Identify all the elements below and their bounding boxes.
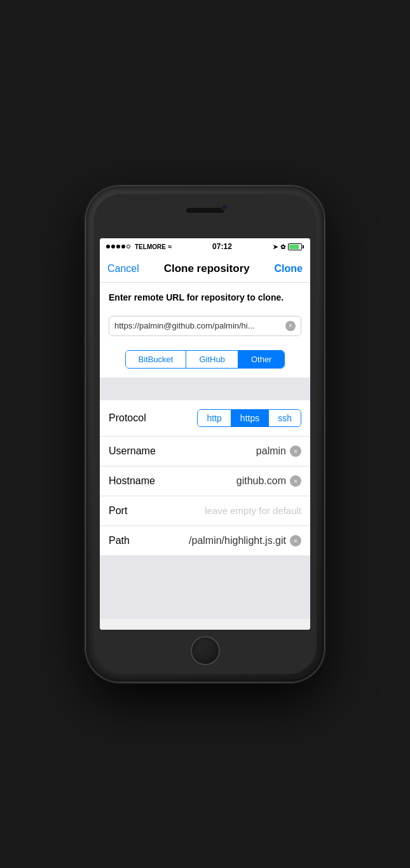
port-placeholder: leave empty for default	[205, 505, 301, 516]
url-input-row: https://palmin@github.com/palmin/hi... ×	[100, 311, 310, 345]
battery-indicator	[288, 243, 304, 250]
hostname-text: github.com	[236, 475, 286, 487]
battery-body	[288, 243, 302, 250]
cancel-button[interactable]: Cancel	[107, 263, 139, 275]
nav-title: Clone repository	[164, 262, 250, 275]
username-clear-icon: ×	[294, 447, 297, 455]
status-right: ➤ ✿	[273, 243, 304, 250]
proto-http-label: http	[207, 413, 221, 423]
url-input-field[interactable]: https://palmin@github.com/palmin/hi... ×	[109, 316, 301, 336]
signal-bars	[106, 245, 130, 248]
form-section: Protocol http https ssh	[100, 400, 310, 555]
screen: TELMORE ≈ 07:12 ➤ ✿ Cancel	[100, 238, 310, 630]
service-bitbucket-btn[interactable]: BitBucket	[126, 351, 187, 368]
signal-dot-5	[126, 245, 130, 248]
path-row: Path /palmin/highlight.js.git ×	[100, 526, 310, 555]
url-value: https://palmin@github.com/palmin/hi...	[114, 321, 285, 330]
path-clear-icon: ×	[294, 537, 297, 545]
hostname-row: Hostname github.com ×	[100, 466, 310, 496]
url-clear-button[interactable]: ×	[285, 321, 296, 331]
port-row: Port leave empty for default	[100, 496, 310, 526]
service-other-btn[interactable]: Other	[238, 351, 285, 368]
proto-http-btn[interactable]: http	[198, 410, 231, 426]
bottom-gray-area	[100, 555, 310, 619]
section-separator	[100, 377, 310, 400]
protocol-label: Protocol	[109, 412, 172, 424]
signal-dot-2	[111, 245, 115, 248]
username-value: palmin ×	[172, 445, 301, 457]
service-segmented-control: BitBucket GitHub Other	[125, 350, 285, 369]
content-area: Enter remote URL for repository to clone…	[100, 283, 310, 630]
protocol-segmented-control: http https ssh	[197, 409, 301, 427]
proto-ssh-label: ssh	[278, 413, 292, 423]
home-button[interactable]	[191, 636, 220, 665]
protocol-row: Protocol http https ssh	[100, 400, 310, 437]
signal-dot-3	[116, 245, 120, 248]
hostname-label: Hostname	[109, 475, 172, 487]
hostname-clear-button[interactable]: ×	[290, 475, 301, 487]
username-row: Username palmin ×	[100, 437, 310, 466]
bluetooth-icon: ✿	[280, 243, 285, 250]
hostname-clear-icon: ×	[294, 477, 297, 485]
proto-https-btn[interactable]: https	[231, 410, 269, 426]
signal-dot-4	[121, 245, 125, 248]
clone-button[interactable]: Clone	[275, 263, 303, 275]
speaker-grill	[186, 208, 224, 213]
battery-fill	[289, 245, 299, 249]
front-camera	[221, 204, 228, 210]
status-left: TELMORE ≈	[106, 243, 172, 250]
location-icon: ➤	[273, 243, 278, 250]
service-bitbucket-label: BitBucket	[139, 355, 174, 364]
path-text: /palmin/highlight.js.git	[189, 535, 286, 546]
service-github-btn[interactable]: GitHub	[186, 351, 238, 368]
username-clear-button[interactable]: ×	[290, 445, 301, 457]
instructions-text: Enter remote URL for repository to clone…	[109, 292, 301, 304]
instructions-section: Enter remote URL for repository to clone…	[100, 283, 310, 311]
hostname-value: github.com ×	[172, 475, 301, 487]
wifi-icon: ≈	[168, 243, 172, 250]
username-label: Username	[109, 445, 172, 457]
port-value: leave empty for default	[172, 505, 301, 516]
clear-icon: ×	[289, 322, 292, 329]
carrier-label: TELMORE	[135, 243, 166, 250]
phone-frame: TELMORE ≈ 07:12 ➤ ✿ Cancel	[86, 186, 324, 682]
path-clear-button[interactable]: ×	[290, 535, 301, 546]
status-time: 07:12	[212, 242, 232, 251]
proto-https-label: https	[240, 413, 259, 423]
port-label: Port	[109, 505, 172, 517]
proto-ssh-btn[interactable]: ssh	[269, 410, 301, 426]
path-value: /palmin/highlight.js.git ×	[172, 535, 301, 546]
path-label: Path	[109, 535, 172, 546]
nav-bar: Cancel Clone repository Clone	[100, 255, 310, 283]
service-selector-row: BitBucket GitHub Other	[100, 345, 310, 377]
status-bar: TELMORE ≈ 07:12 ➤ ✿	[100, 238, 310, 255]
protocol-value: http https ssh	[172, 409, 301, 427]
signal-dot-1	[106, 245, 110, 248]
battery-tip	[303, 245, 304, 248]
service-other-label: Other	[251, 355, 272, 364]
service-github-label: GitHub	[199, 355, 224, 364]
username-text: palmin	[256, 445, 286, 457]
phone-body: TELMORE ≈ 07:12 ➤ ✿ Cancel	[93, 194, 317, 674]
